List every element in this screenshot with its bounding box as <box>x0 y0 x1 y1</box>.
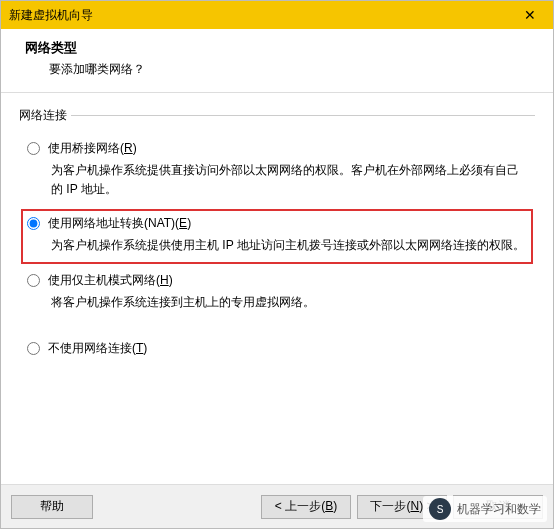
option-hostonly[interactable]: 使用仅主机模式网络(H) 将客户机操作系统连接到主机上的专用虚拟网络。 <box>21 266 533 320</box>
option-none[interactable]: 不使用网络连接(T) <box>21 334 533 365</box>
close-button[interactable]: ✕ <box>507 1 553 29</box>
title-bar: 新建虚拟机向导 ✕ <box>1 1 553 29</box>
radio-none[interactable] <box>27 342 40 355</box>
window-title: 新建虚拟机向导 <box>9 7 93 24</box>
option-nat[interactable]: 使用网络地址转换(NAT)(E) 为客户机操作系统提供使用主机 IP 地址访问主… <box>21 209 533 263</box>
option-none-label: 不使用网络连接(T) <box>48 340 147 357</box>
option-none-row[interactable]: 不使用网络连接(T) <box>25 340 529 357</box>
close-icon: ✕ <box>524 7 536 23</box>
back-button[interactable]: < 上一步(B) <box>261 495 351 519</box>
watermark: S 机器学习和数学 <box>423 496 547 522</box>
option-nat-row[interactable]: 使用网络地址转换(NAT)(E) <box>25 215 529 232</box>
radio-hostonly[interactable] <box>27 274 40 287</box>
option-bridge-row[interactable]: 使用桥接网络(R) <box>25 140 529 157</box>
option-bridge-desc: 为客户机操作系统提供直接访问外部以太网网络的权限。客户机在外部网络上必须有自己的… <box>51 161 525 199</box>
watermark-avatar-icon: S <box>429 498 451 520</box>
page-title: 网络类型 <box>25 39 533 57</box>
wizard-content: 网络连接 使用桥接网络(R) 为客户机操作系统提供直接访问外部以太网网络的权限。… <box>1 93 553 379</box>
option-bridge-label: 使用桥接网络(R) <box>48 140 137 157</box>
radio-nat[interactable] <box>27 217 40 230</box>
help-button[interactable]: 帮助 <box>11 495 93 519</box>
option-nat-label: 使用网络地址转换(NAT)(E) <box>48 215 191 232</box>
option-hostonly-label: 使用仅主机模式网络(H) <box>48 272 173 289</box>
network-connection-group: 网络连接 使用桥接网络(R) 为客户机操作系统提供直接访问外部以太网网络的权限。… <box>19 107 535 369</box>
group-legend: 网络连接 <box>19 107 71 124</box>
option-bridge[interactable]: 使用桥接网络(R) 为客户机操作系统提供直接访问外部以太网网络的权限。客户机在外… <box>21 134 533 207</box>
watermark-text: 机器学习和数学 <box>457 501 541 518</box>
wizard-header: 网络类型 要添加哪类网络？ <box>1 29 553 93</box>
option-hostonly-row[interactable]: 使用仅主机模式网络(H) <box>25 272 529 289</box>
page-subtitle: 要添加哪类网络？ <box>49 61 533 78</box>
option-nat-desc: 为客户机操作系统提供使用主机 IP 地址访问主机拨号连接或外部以太网网络连接的权… <box>51 236 525 255</box>
radio-bridge[interactable] <box>27 142 40 155</box>
option-hostonly-desc: 将客户机操作系统连接到主机上的专用虚拟网络。 <box>51 293 525 312</box>
